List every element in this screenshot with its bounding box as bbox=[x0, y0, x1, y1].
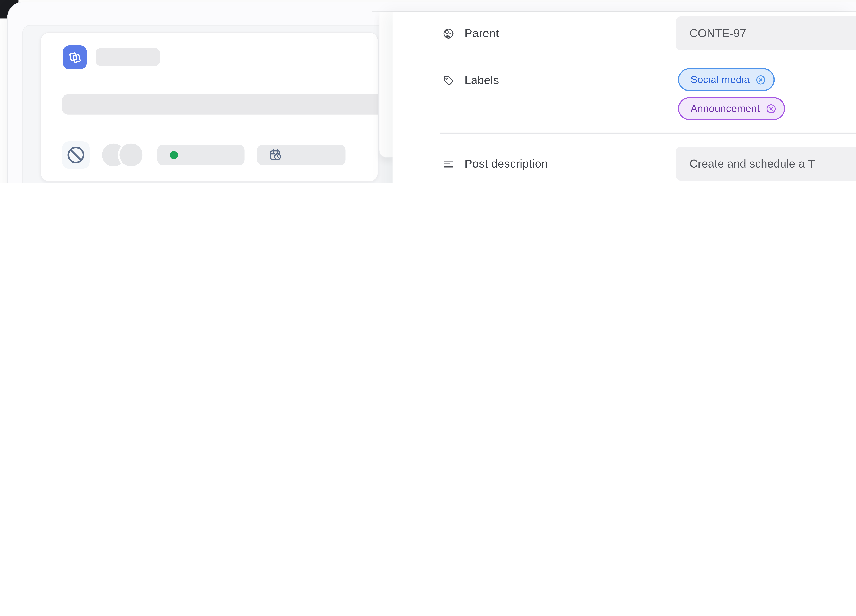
work-item-card[interactable] bbox=[40, 32, 378, 182]
tag-icon bbox=[442, 74, 455, 86]
chip-text: Social media bbox=[691, 74, 750, 86]
avatar bbox=[118, 142, 144, 168]
field-label: Labels bbox=[442, 68, 856, 92]
labels-chip-list: Social media Announcement bbox=[678, 68, 785, 120]
field-label-text: Post description bbox=[465, 157, 548, 170]
no-priority-button[interactable] bbox=[62, 141, 89, 169]
post-description-text: Create and schedule a T bbox=[690, 157, 815, 170]
label-chip-social-media[interactable]: Social media bbox=[678, 68, 775, 91]
field-label-text: Parent bbox=[465, 27, 499, 40]
field-label-text: Labels bbox=[465, 74, 499, 87]
text-lines-icon bbox=[442, 157, 455, 170]
skeleton-title bbox=[95, 48, 160, 66]
chip-text: Announcement bbox=[691, 103, 760, 114]
field-row-labels: Labels Social media Announcement bbox=[442, 68, 856, 134]
status-pill[interactable] bbox=[157, 144, 245, 165]
stack-icon bbox=[63, 45, 87, 69]
section-divider bbox=[440, 133, 856, 134]
skeleton-line bbox=[62, 94, 378, 115]
screenshot-root: New work item Parent CONTE-97 bbox=[0, 0, 856, 183]
calendar-clock-icon bbox=[269, 147, 283, 162]
field-row-post-description: Post description Create and schedule a T bbox=[442, 147, 856, 181]
ban-icon bbox=[66, 144, 86, 165]
label-chip-announcement[interactable]: Announcement bbox=[678, 97, 785, 120]
remove-label-icon[interactable] bbox=[765, 103, 777, 114]
status-dot-green bbox=[170, 151, 178, 159]
parent-icon bbox=[442, 27, 455, 40]
parent-value[interactable]: CONTE-97 bbox=[676, 17, 856, 50]
parent-value-text: CONTE-97 bbox=[690, 27, 746, 40]
assignee-avatar-group bbox=[100, 142, 144, 168]
remove-label-icon[interactable] bbox=[755, 74, 767, 85]
panel-behind-sliver bbox=[379, 12, 393, 158]
field-row-parent: Parent CONTE-97 bbox=[442, 17, 856, 50]
due-date-pill[interactable] bbox=[257, 144, 346, 165]
post-description-value[interactable]: Create and schedule a T bbox=[676, 147, 856, 181]
work-item-properties-panel: Parent CONTE-97 Labels Social media bbox=[393, 12, 856, 183]
